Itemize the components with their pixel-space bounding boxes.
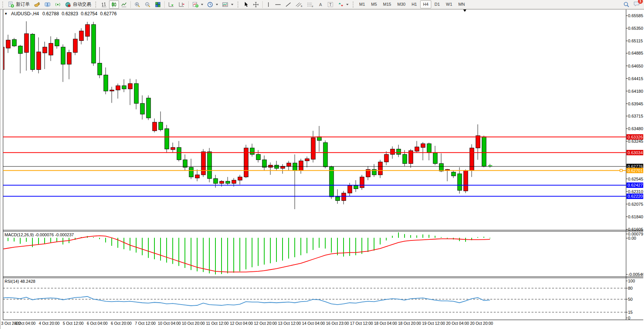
- candlestick-mode-button[interactable]: [109, 0, 119, 9]
- dropdown-caret: [231, 4, 233, 5]
- search-icon[interactable]: [623, 2, 630, 8]
- arrow-objects-icon: [338, 2, 344, 8]
- svg-text:F: F: [312, 5, 313, 8]
- price-badge-label: 0.62701: [628, 168, 643, 173]
- text-tool-button[interactable]: A: [316, 0, 325, 9]
- community-button[interactable]: [42, 0, 53, 9]
- candles-layer: [0, 21, 492, 209]
- timeframe-w1[interactable]: W1: [443, 0, 455, 8]
- candle-body: [451, 172, 456, 176]
- auto-trading-icon: [65, 2, 71, 8]
- vertical-line-tool-button[interactable]: [264, 0, 273, 9]
- time-axis-label: 4 Oct 20:00: [39, 321, 59, 326]
- auto-scroll-button[interactable]: [166, 0, 177, 9]
- svg-text:T: T: [329, 3, 332, 7]
- line-chart-mode-button[interactable]: [119, 0, 129, 9]
- horizontal-line-tool-button[interactable]: [273, 0, 283, 9]
- time-axis-label: 11 Oct 12:00: [206, 321, 229, 326]
- chevron-down-icon[interactable]: ▼: [4, 12, 8, 16]
- candle-body: [397, 149, 401, 155]
- equidistant-channel-icon: E: [295, 2, 303, 8]
- bar-chart-mode-button[interactable]: [99, 0, 109, 9]
- timeframe-d1[interactable]: D1: [432, 0, 443, 8]
- templates-button[interactable]: [220, 0, 235, 9]
- symbol-period-label: AUDUSD-,H4: [11, 11, 39, 16]
- timeframe-h4[interactable]: H4: [420, 0, 431, 8]
- indicators-icon: [192, 2, 199, 8]
- indicators-button[interactable]: [190, 0, 205, 9]
- candle-body: [6, 40, 10, 48]
- price-badge-label: 0.63034: [628, 150, 643, 155]
- timeframe-m30[interactable]: M30: [395, 0, 408, 8]
- zoom-in-button[interactable]: [132, 0, 143, 9]
- trendline-icon: [285, 2, 291, 8]
- candle-body: [116, 86, 120, 90]
- open-value: 0.62788: [42, 11, 59, 16]
- candle-body: [232, 180, 236, 183]
- candle-body: [12, 40, 16, 46]
- timeframe-h1[interactable]: H1: [409, 0, 419, 8]
- crosshair-tool-button[interactable]: [251, 0, 261, 9]
- price-tick-label: 0.63480: [628, 126, 643, 131]
- signals-icon: [55, 2, 61, 8]
- text-label-tool-button[interactable]: T: [325, 0, 336, 9]
- periods-button[interactable]: [205, 0, 220, 9]
- toolbar-grip[interactable]: [238, 2, 240, 8]
- time-axis-label: 4 Oct 04:00: [15, 321, 35, 326]
- candle-body: [293, 163, 297, 171]
- order-line-handle[interactable]: [620, 169, 622, 172]
- timeframe-m5[interactable]: M5: [368, 0, 379, 8]
- candle-body: [323, 143, 328, 167]
- timeframe-mn[interactable]: MN: [456, 0, 467, 8]
- candle-body: [37, 52, 41, 69]
- trendline-tool-button[interactable]: [283, 0, 293, 9]
- timeframe-m15[interactable]: M15: [381, 0, 394, 8]
- candle-body: [299, 161, 303, 170]
- tile-windows-button[interactable]: [153, 0, 163, 9]
- candle-body: [195, 175, 199, 178]
- candle-body: [342, 193, 346, 201]
- candle-body: [24, 34, 29, 52]
- candle-body: [482, 137, 486, 166]
- time-axis-label: 6 Oct 04:00: [87, 321, 108, 326]
- time-axis-label: 12 Oct 20:00: [254, 321, 277, 326]
- chart-shift-button[interactable]: [177, 0, 187, 9]
- rsi-axis-label: 0: [628, 316, 630, 320]
- chart-window-button[interactable]: [32, 0, 42, 9]
- fibonacci-tool-button[interactable]: F: [305, 0, 316, 9]
- price-tick-label: 0.65350: [628, 26, 643, 31]
- new-order-icon: [8, 2, 14, 8]
- candle-body: [134, 84, 138, 103]
- zoom-out-button[interactable]: [143, 0, 153, 9]
- signals-button[interactable]: [53, 0, 63, 9]
- toolbar-grip[interactable]: [95, 2, 98, 8]
- candle-body: [275, 165, 279, 168]
- toolbar-grip[interactable]: [2, 2, 5, 8]
- candle-body: [458, 174, 462, 190]
- candle-body: [439, 163, 443, 171]
- bar-chart-icon: [101, 2, 107, 8]
- candle-body: [384, 155, 389, 162]
- price-badge-label: 0.63326: [628, 135, 643, 139]
- candle-body: [305, 159, 309, 161]
- cursor-tool-button[interactable]: [241, 0, 251, 9]
- time-axis-label: 19 Oct 12:00: [422, 321, 445, 326]
- candle-body: [18, 46, 22, 53]
- arrows-tool-button[interactable]: [336, 0, 350, 9]
- candle-body: [49, 43, 53, 55]
- candle-body: [360, 177, 364, 188]
- price-tick-label: 0.64180: [628, 89, 643, 94]
- new-order-button[interactable]: 新订单: [6, 0, 32, 9]
- time-axis-label: 5 Oct 12:00: [63, 321, 84, 326]
- time-axis-label: 16 Oct 23:00: [326, 321, 349, 326]
- candle-body: [262, 160, 267, 168]
- auto-trading-button[interactable]: 自动交易: [63, 0, 93, 9]
- toolbar-grip[interactable]: [353, 2, 355, 8]
- channel-tool-button[interactable]: E: [293, 0, 305, 9]
- timeframe-m1[interactable]: M1: [357, 0, 368, 8]
- notifications-button[interactable]: 1: [633, 1, 640, 8]
- candle-body: [287, 163, 291, 166]
- auto-trading-label: 自动交易: [73, 1, 91, 8]
- candle-body: [470, 148, 474, 171]
- candle-body: [146, 98, 151, 118]
